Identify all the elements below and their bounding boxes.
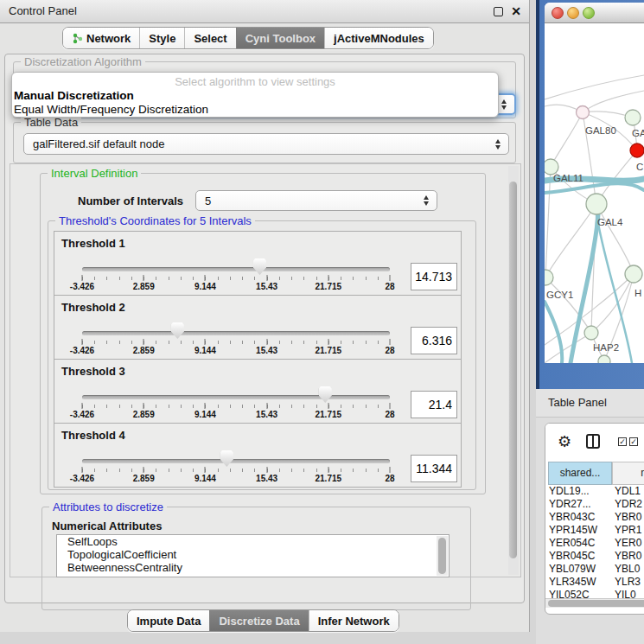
close-icon[interactable] bbox=[511, 4, 521, 18]
tab-style[interactable]: Style bbox=[139, 28, 184, 48]
number-of-intervals-combo[interactable]: 5 bbox=[195, 190, 437, 211]
tab-network[interactable]: Network bbox=[63, 28, 139, 48]
group-title: Interval Definition bbox=[48, 167, 141, 180]
threshold-3-block: Threshold 3 -3.4262.8599.14415.4321.7152… bbox=[54, 359, 462, 424]
table-row[interactable]: YPR145WYPR1 bbox=[545, 524, 644, 537]
axis-tick-label: 15.43 bbox=[256, 474, 277, 483]
table-cell[interactable]: YER054C bbox=[545, 537, 609, 550]
axis-tick-label: 2.859 bbox=[133, 346, 155, 355]
mac-close-icon[interactable] bbox=[552, 7, 564, 19]
network-canvas[interactable]: GAL80GACGAL11GAL4GCY1HHAP2 bbox=[545, 23, 644, 363]
column-header-name[interactable]: na bbox=[612, 462, 644, 485]
network-node[interactable] bbox=[625, 265, 642, 283]
tab-select[interactable]: Select bbox=[184, 28, 235, 48]
table-cell[interactable]: YLR345W bbox=[545, 576, 609, 589]
group-title: Attributes to discretize bbox=[49, 501, 167, 513]
threshold-4-slider[interactable]: -3.4262.8599.14415.4321.71528 bbox=[82, 424, 390, 488]
slider-scale: -3.4262.8599.14415.4321.71528 bbox=[82, 474, 390, 484]
table-cell[interactable]: YBR0 bbox=[609, 511, 644, 524]
node-table-body: YDL19...YDL1YDR27...YDR2YBR043CYBR0YPR14… bbox=[545, 485, 644, 600]
axis-tick-label: -3.426 bbox=[70, 346, 94, 355]
table-cell[interactable]: YBR0 bbox=[609, 550, 644, 563]
group-title: Discretization Algorithm bbox=[21, 55, 145, 68]
threshold-1-slider[interactable]: -3.4262.8599.14415.4321.71528 bbox=[82, 232, 390, 296]
network-canvas-svg: GAL80GACGAL11GAL4GCY1HHAP2 bbox=[545, 23, 644, 363]
float-window-icon[interactable] bbox=[494, 7, 503, 16]
settings-scrollbar[interactable] bbox=[508, 166, 519, 575]
network-node[interactable] bbox=[625, 110, 641, 125]
table-cell[interactable]: YER0 bbox=[609, 537, 644, 550]
table-cell[interactable]: YDL19... bbox=[545, 485, 609, 498]
dropdown-option-manual-discretization[interactable]: Manual Discretization bbox=[14, 89, 134, 102]
table-cell[interactable]: YDR2 bbox=[609, 498, 644, 511]
table-row[interactable]: YDL19...YDL1 bbox=[545, 485, 644, 498]
axis-tick-label: 28 bbox=[385, 346, 394, 355]
table-data-combo[interactable]: galFiltered.sif default node bbox=[23, 133, 509, 155]
list-scrollbar[interactable] bbox=[437, 536, 448, 576]
table-cell[interactable]: YBR045C bbox=[545, 550, 609, 563]
split-columns-icon[interactable] bbox=[586, 434, 600, 449]
interval-definition-group: Interval Definition Number of Intervals … bbox=[40, 173, 486, 494]
list-item[interactable]: TopologicalCoefficient bbox=[57, 548, 449, 561]
threshold-value-field[interactable] bbox=[411, 327, 457, 354]
table-row[interactable]: YBR045CYBR0 bbox=[545, 550, 644, 563]
table-cell[interactable]: YBL0 bbox=[609, 563, 644, 576]
mac-zoom-icon[interactable] bbox=[583, 7, 595, 19]
list-item[interactable]: SelfLoops bbox=[57, 535, 449, 548]
threshold-value-field[interactable] bbox=[411, 455, 457, 482]
tab-jactivemnodules[interactable]: jActiveMNodules bbox=[324, 28, 433, 48]
tab-infer-network[interactable]: Infer Network bbox=[309, 610, 399, 631]
table-cell[interactable]: YDR27... bbox=[545, 498, 609, 511]
threshold-value-field[interactable] bbox=[411, 263, 457, 290]
table-cell[interactable]: YPR1 bbox=[609, 524, 644, 537]
gear-icon[interactable] bbox=[558, 432, 571, 451]
axis-tick-label: 28 bbox=[385, 282, 394, 291]
table-cell[interactable]: YBL079W bbox=[545, 563, 609, 576]
table-cell[interactable]: YLR3 bbox=[609, 576, 644, 589]
network-node[interactable] bbox=[598, 355, 610, 363]
network-node-label: GAL4 bbox=[597, 217, 623, 227]
network-node-label: GAL11 bbox=[553, 173, 583, 183]
table-cell[interactable]: YPR145W bbox=[545, 524, 609, 537]
thresholds-group: Threshold's Coordinates for 5 Intervals … bbox=[48, 220, 476, 490]
table-row[interactable]: YDR27...YDR2 bbox=[545, 498, 644, 511]
slider-thumb[interactable] bbox=[253, 258, 266, 275]
numerical-attributes-label: Numerical Attributes bbox=[52, 520, 162, 532]
column-header-shared-name[interactable]: shared... bbox=[548, 462, 612, 485]
network-node[interactable] bbox=[545, 270, 553, 285]
table-row[interactable]: YBR043CYBR0 bbox=[545, 511, 644, 524]
table-cell[interactable]: YBR043C bbox=[545, 511, 609, 524]
network-node[interactable] bbox=[630, 143, 644, 157]
axis-tick-label: -3.426 bbox=[70, 474, 94, 483]
table-cell[interactable]: YDL1 bbox=[609, 485, 644, 498]
threshold-3-slider[interactable]: -3.4262.8599.14415.4321.71528 bbox=[82, 360, 390, 424]
axis-tick-label: 9.144 bbox=[194, 410, 216, 419]
threshold-2-slider[interactable]: -3.4262.8599.14415.4321.71528 bbox=[82, 296, 390, 360]
table-row[interactable]: YBL079WYBL0 bbox=[545, 563, 644, 576]
checkbox-icon[interactable] bbox=[629, 437, 638, 446]
combo-arrows-icon bbox=[501, 99, 507, 110]
network-window-frame: GAL80GACGAL11GAL4GCY1HHAP2 bbox=[536, 0, 644, 389]
list-item[interactable]: BetweennessCentrality bbox=[57, 561, 449, 574]
network-node[interactable] bbox=[584, 326, 598, 340]
tab-cyni-toolbox[interactable]: Cyni Toolbox bbox=[236, 28, 324, 48]
window-title: Control Panel bbox=[9, 0, 77, 22]
tab-discretize-data[interactable]: Discretize Data bbox=[209, 610, 308, 631]
network-node[interactable] bbox=[577, 106, 590, 119]
table-row[interactable]: YLR345WYLR3 bbox=[545, 576, 644, 589]
threshold-value-field[interactable] bbox=[411, 391, 457, 418]
slider-track bbox=[82, 395, 390, 399]
dropdown-option-equal-width-frequency[interactable]: Equal Width/Frequency Discretization bbox=[14, 103, 208, 116]
slider-thumb[interactable] bbox=[220, 450, 233, 467]
checkbox-icon[interactable] bbox=[618, 437, 627, 446]
tab-impute-data[interactable]: Impute Data bbox=[128, 610, 209, 631]
numerical-attributes-list[interactable]: SelfLoopsTopologicalCoefficientBetweenne… bbox=[56, 534, 450, 577]
tab-label: Discretize Data bbox=[219, 615, 299, 628]
mac-minimize-icon[interactable] bbox=[567, 7, 579, 19]
axis-tick-label: 9.144 bbox=[194, 474, 216, 483]
network-node[interactable] bbox=[586, 194, 607, 214]
slider-thumb[interactable] bbox=[171, 322, 184, 339]
slider-thumb[interactable] bbox=[319, 386, 332, 403]
table-horizontal-scrollbar[interactable] bbox=[545, 598, 644, 608]
table-row[interactable]: YER054CYER0 bbox=[545, 537, 644, 550]
